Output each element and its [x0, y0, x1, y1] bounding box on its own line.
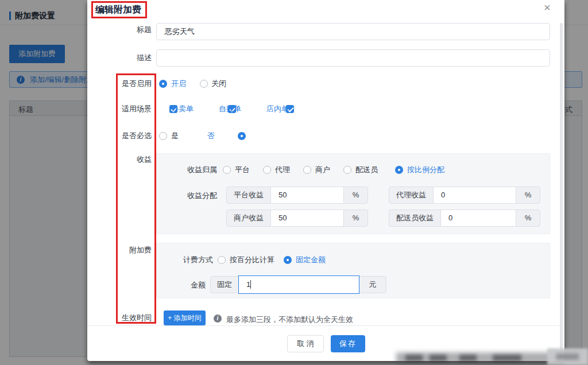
- watermark-blob: [556, 354, 579, 360]
- checkbox-delivery-order-label[interactable]: 外卖单: [171, 105, 194, 113]
- radio-enabled-off-label[interactable]: 关闭: [211, 80, 226, 88]
- radio-required-yes[interactable]: [159, 132, 167, 140]
- radio-attribution-proportional[interactable]: [395, 166, 403, 174]
- radio-enabled-off[interactable]: [200, 80, 208, 88]
- watermark-blob: [405, 355, 423, 361]
- add-time-button[interactable]: + 添加时间: [164, 310, 206, 325]
- courier-revenue-input[interactable]: 0: [440, 209, 516, 227]
- revenue-panel: 收益归属 平台 代理 商户 配送员 按比例分配 收益分配 平台收益 50 % 代…: [156, 153, 550, 234]
- watermark-blob: [459, 355, 477, 361]
- radio-billing-percentage[interactable]: [218, 256, 226, 264]
- screen: 附加费设置 添加附加费 i 添加/编辑/删除附加费 标题 式 编辑附加费 × 标…: [0, 0, 588, 365]
- cancel-button[interactable]: 取 消: [287, 335, 324, 352]
- amount-label: 金额: [157, 281, 206, 289]
- radio-attribution-courier-label[interactable]: 配送员: [355, 166, 378, 174]
- hint-info-icon: i: [214, 314, 222, 323]
- watermark-blob: [493, 355, 521, 361]
- radio-attribution-merchant-label[interactable]: 商户: [315, 166, 330, 174]
- watermark-blob: [430, 355, 447, 361]
- platform-revenue-unit: %: [343, 187, 368, 204]
- footer-divider: [87, 325, 564, 326]
- agent-revenue-unit: %: [516, 187, 540, 204]
- platform-revenue-input[interactable]: 50: [270, 187, 344, 204]
- attribution-label: 收益归属: [157, 166, 217, 174]
- agent-revenue-prefix: 代理收益: [389, 187, 434, 204]
- title-input[interactable]: 恶劣天气: [156, 23, 550, 40]
- effective-time-hint: 最多添加三段，不添加默认为全天生效: [226, 314, 353, 325]
- edit-surcharge-modal: 编辑附加费 × 标题 恶劣天气 描述 是否启用 开启 关闭 适用场景 外卖单 自…: [87, 0, 564, 361]
- agent-revenue-group: 代理收益 0 %: [389, 187, 540, 204]
- modal-scrollbar[interactable]: [560, 23, 563, 358]
- radio-attribution-merchant[interactable]: [303, 166, 311, 174]
- text-caret: [250, 280, 251, 289]
- courier-revenue-unit: %: [516, 209, 540, 227]
- radio-required-no[interactable]: [238, 132, 246, 140]
- surcharge-panel: 计费方式 按百分比计算 固定金额 金额 固定 1 元: [156, 243, 550, 298]
- annotation-box-modal-title: [91, 1, 147, 18]
- courier-revenue-prefix: 配送员收益: [389, 209, 441, 227]
- description-field-label: 描述: [94, 54, 152, 62]
- allocation-label: 收益分配: [157, 192, 217, 200]
- amount-input[interactable]: 1: [238, 275, 359, 294]
- radio-enabled-on-label[interactable]: 开启: [171, 80, 186, 88]
- radio-required-no-label[interactable]: 否: [207, 132, 215, 140]
- radio-required-yes-label[interactable]: 是: [171, 132, 179, 140]
- annotation-box-label-column: [116, 73, 156, 324]
- save-button[interactable]: 保存: [331, 335, 365, 352]
- radio-billing-fixed-label[interactable]: 固定金额: [296, 256, 326, 264]
- radio-attribution-courier[interactable]: [343, 166, 351, 174]
- amount-unit: 元: [359, 276, 386, 293]
- checkbox-pickup-order-label[interactable]: 自提单: [219, 105, 241, 113]
- platform-revenue-group: 平台收益 50 %: [226, 187, 368, 204]
- radio-enabled-on[interactable]: [159, 80, 167, 88]
- amount-group: 固定 1 元: [210, 276, 387, 293]
- merchant-revenue-group: 商户收益 50 %: [226, 209, 368, 227]
- radio-attribution-agent[interactable]: [263, 166, 271, 174]
- courier-revenue-group: 配送员收益 0 %: [389, 209, 540, 227]
- radio-billing-fixed[interactable]: [284, 256, 292, 264]
- checkbox-instore-order-label[interactable]: 店内单: [266, 105, 289, 113]
- merchant-revenue-input[interactable]: 50: [270, 209, 344, 227]
- billing-method-label: 计费方式: [157, 256, 213, 264]
- radio-attribution-agent-label[interactable]: 代理: [275, 166, 290, 174]
- radio-attribution-platform-label[interactable]: 平台: [235, 166, 250, 174]
- radio-billing-percentage-label[interactable]: 按百分比计算: [230, 256, 274, 264]
- agent-revenue-input[interactable]: 0: [433, 187, 516, 204]
- amount-value: 1: [246, 280, 250, 289]
- platform-revenue-prefix: 平台收益: [226, 187, 271, 204]
- amount-prefix: 固定: [210, 276, 239, 293]
- merchant-revenue-unit: %: [343, 209, 368, 227]
- close-icon[interactable]: ×: [544, 2, 551, 13]
- description-input[interactable]: [156, 49, 550, 67]
- radio-attribution-platform[interactable]: [223, 166, 231, 174]
- title-field-label: 标题: [94, 26, 152, 34]
- radio-attribution-proportional-label[interactable]: 按比例分配: [407, 166, 444, 174]
- merchant-revenue-prefix: 商户收益: [226, 209, 271, 227]
